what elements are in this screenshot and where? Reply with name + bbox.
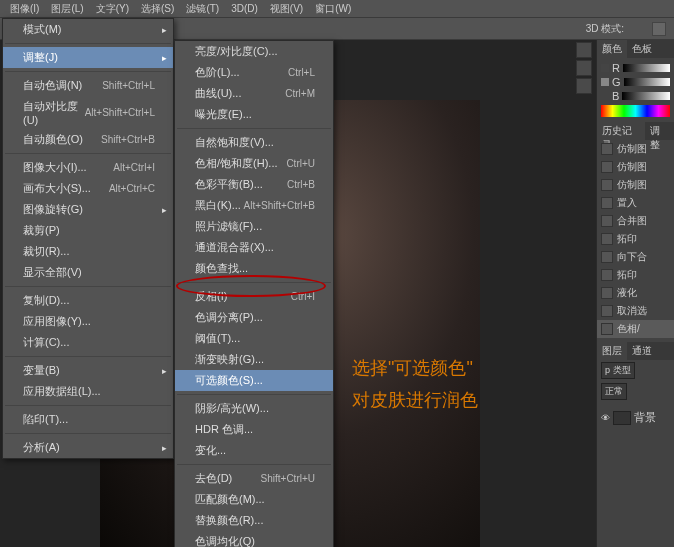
adjustments-menu-item[interactable]: 色调均化(Q): [175, 531, 333, 547]
adjustments-menu-item[interactable]: 阈值(T)...: [175, 328, 333, 349]
menu-shortcut: Shift+Ctrl+U: [261, 473, 315, 484]
hue-bar[interactable]: [601, 105, 670, 117]
tab-color[interactable]: 颜色: [597, 40, 627, 58]
right-panels: 颜色 色板 R G B 历史记录 调整 仿制图仿制图仿制图置入合并图拓印向下合拓…: [596, 40, 674, 547]
menu-item-label: 渐变映射(G)...: [195, 352, 264, 367]
history-item[interactable]: 仿制图: [597, 158, 674, 176]
color-b-row: B: [597, 89, 674, 103]
history-thumb-icon: [601, 179, 613, 191]
image-menu-item[interactable]: 自动颜色(O)Shift+Ctrl+B: [3, 129, 173, 150]
history-item[interactable]: 液化: [597, 284, 674, 302]
panel-icon[interactable]: [576, 78, 592, 94]
adjustments-menu-item[interactable]: 色彩平衡(B)...Ctrl+B: [175, 174, 333, 195]
image-menu-item[interactable]: 图像旋转(G): [3, 199, 173, 220]
menu-filter[interactable]: 滤镜(T): [180, 0, 225, 18]
image-menu-item[interactable]: 显示全部(V): [3, 262, 173, 283]
image-menu-item[interactable]: 复制(D)...: [3, 290, 173, 311]
panel-icon[interactable]: [576, 42, 592, 58]
mode-3d-icon[interactable]: [652, 22, 666, 36]
panel-icon[interactable]: [576, 60, 592, 76]
adjustments-menu-item[interactable]: 去色(D)Shift+Ctrl+U: [175, 468, 333, 489]
menu-item-label: 图像旋转(G): [23, 202, 83, 217]
image-menu-item[interactable]: 自动对比度(U)Alt+Shift+Ctrl+L: [3, 96, 173, 129]
adjustments-menu-item[interactable]: 匹配颜色(M)...: [175, 489, 333, 510]
image-menu-item[interactable]: 图像大小(I)...Alt+Ctrl+I: [3, 157, 173, 178]
adjustments-menu-item[interactable]: 替换颜色(R)...: [175, 510, 333, 531]
layer-filter-row: p 类型: [597, 360, 674, 381]
g-label: G: [612, 76, 621, 88]
menu-item-label: 色调分离(P)...: [195, 310, 263, 325]
annotation-text: 选择"可选颜色" 对皮肤进行润色: [352, 352, 478, 416]
adjustments-menu-item[interactable]: 黑白(K)...Alt+Shift+Ctrl+B: [175, 195, 333, 216]
adjustments-menu-item[interactable]: HDR 色调...: [175, 419, 333, 440]
tab-swatches[interactable]: 色板: [627, 40, 657, 58]
menu-item-label: 色阶(L)...: [195, 65, 240, 80]
color-r-row: R: [597, 61, 674, 75]
menu-item-label: 反相(I): [195, 289, 227, 304]
image-menu-item[interactable]: 计算(C)...: [3, 332, 173, 353]
menu-item-label: HDR 色调...: [195, 422, 253, 437]
adjustments-menu-item[interactable]: 自然饱和度(V)...: [175, 132, 333, 153]
menu-layer[interactable]: 图层(L): [45, 0, 89, 18]
menu-item-label: 自然饱和度(V)...: [195, 135, 274, 150]
adjustments-menu-item[interactable]: 反相(I)Ctrl+I: [175, 286, 333, 307]
menu-view[interactable]: 视图(V): [264, 0, 309, 18]
adjustments-menu-item[interactable]: 色调分离(P)...: [175, 307, 333, 328]
image-menu-item[interactable]: 自动色调(N)Shift+Ctrl+L: [3, 75, 173, 96]
adjustments-menu-item[interactable]: 亮度/对比度(C)...: [175, 41, 333, 62]
adjustments-menu-item[interactable]: 色阶(L)...Ctrl+L: [175, 62, 333, 83]
history-item[interactable]: 仿制图: [597, 140, 674, 158]
tab-adjustments[interactable]: 调整: [645, 122, 674, 140]
adjustments-menu-item[interactable]: 颜色查找...: [175, 258, 333, 279]
adjustments-menu-item[interactable]: 曝光度(E)...: [175, 104, 333, 125]
adjustments-menu-item[interactable]: 曲线(U)...Ctrl+M: [175, 83, 333, 104]
tab-layers[interactable]: 图层: [597, 342, 627, 360]
adjustments-menu-item[interactable]: 色相/饱和度(H)...Ctrl+U: [175, 153, 333, 174]
adjustments-menu-item[interactable]: 可选颜色(S)...: [175, 370, 333, 391]
history-label: 拓印: [617, 232, 637, 246]
menu-text[interactable]: 文字(Y): [90, 0, 135, 18]
g-slider[interactable]: [624, 78, 670, 86]
layer-row[interactable]: 👁 背景: [597, 408, 674, 427]
image-menu-item[interactable]: 模式(M): [3, 19, 173, 40]
adjustments-menu-item[interactable]: 渐变映射(G)...: [175, 349, 333, 370]
annotation-line2: 对皮肤进行润色: [352, 384, 478, 416]
image-menu-item[interactable]: 裁切(R)...: [3, 241, 173, 262]
r-slider[interactable]: [623, 64, 670, 72]
image-menu-item[interactable]: 应用数据组(L)...: [3, 381, 173, 402]
menu-item-label: 变量(B): [23, 363, 60, 378]
b-slider[interactable]: [622, 92, 670, 100]
menu-image[interactable]: 图像(I): [4, 0, 45, 18]
image-menu-item[interactable]: 应用图像(Y)...: [3, 311, 173, 332]
history-item[interactable]: 置入: [597, 194, 674, 212]
menu-3d[interactable]: 3D(D): [225, 1, 264, 16]
history-item[interactable]: 取消选: [597, 302, 674, 320]
blend-mode-dropdown[interactable]: 正常: [601, 383, 627, 400]
layer-filter-dropdown[interactable]: p 类型: [601, 362, 635, 379]
menu-shortcut: Shift+Ctrl+B: [101, 134, 155, 145]
adjustments-menu-item[interactable]: 通道混合器(X)...: [175, 237, 333, 258]
layers-panel-tabs: 图层 通道: [597, 342, 674, 360]
history-item[interactable]: 向下合: [597, 248, 674, 266]
menu-shortcut: Ctrl+M: [285, 88, 315, 99]
eye-icon[interactable]: 👁: [601, 413, 610, 423]
image-menu-item[interactable]: 裁剪(P): [3, 220, 173, 241]
adjustments-menu-item[interactable]: 变化...: [175, 440, 333, 461]
history-item[interactable]: 拓印: [597, 230, 674, 248]
image-menu-item[interactable]: 画布大小(S)...Alt+Ctrl+C: [3, 178, 173, 199]
history-thumb-icon: [601, 161, 613, 173]
image-menu-item[interactable]: 变量(B): [3, 360, 173, 381]
history-item[interactable]: 拓印: [597, 266, 674, 284]
history-item[interactable]: 合并图: [597, 212, 674, 230]
image-menu-item[interactable]: 分析(A): [3, 437, 173, 458]
menu-window[interactable]: 窗口(W): [309, 0, 357, 18]
history-item[interactable]: 色相/: [597, 320, 674, 338]
tab-channels[interactable]: 通道: [627, 342, 657, 360]
adjustments-menu-item[interactable]: 阴影/高光(W)...: [175, 398, 333, 419]
history-item[interactable]: 仿制图: [597, 176, 674, 194]
image-menu-item[interactable]: 陷印(T)...: [3, 409, 173, 430]
menu-select[interactable]: 选择(S): [135, 0, 180, 18]
image-menu-item[interactable]: 调整(J): [3, 47, 173, 68]
tab-history[interactable]: 历史记录: [597, 122, 645, 140]
adjustments-menu-item[interactable]: 照片滤镜(F)...: [175, 216, 333, 237]
